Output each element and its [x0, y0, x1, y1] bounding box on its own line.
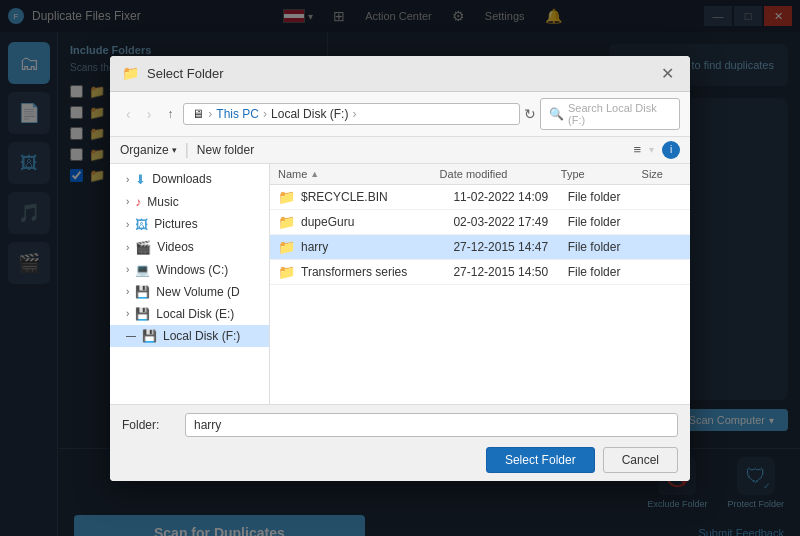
file-list: Name ▲ Date modified Type Size [270, 164, 690, 404]
localf-label: Local Disk (F:) [163, 329, 240, 343]
windows-label: Windows (C:) [156, 263, 228, 277]
folder-icon-transformers: 📁 [278, 264, 295, 280]
info-btn[interactable]: i [662, 141, 680, 159]
music-icon: ♪ [135, 195, 141, 209]
organize-chevron: ▾ [172, 145, 177, 155]
newvol-icon: 💾 [135, 285, 150, 299]
chevron-localf: — [126, 330, 136, 341]
dialog-title-icon: 📁 [122, 65, 139, 81]
folder-label: Folder: [122, 418, 177, 432]
back-btn[interactable]: ‹ [120, 104, 137, 124]
chevron-newvol: › [126, 286, 129, 297]
select-folder-btn[interactable]: Select Folder [486, 447, 595, 473]
sidebar-item-newvol[interactable]: › 💾 New Volume (D [110, 281, 269, 303]
sidebar-item-windows[interactable]: › 💻 Windows (C:) [110, 259, 269, 281]
folder-icon-harry: 📁 [278, 239, 295, 255]
folder-input-row: Folder: [122, 413, 678, 437]
music-label: Music [147, 195, 178, 209]
up-btn[interactable]: ↑ [161, 105, 179, 123]
file-list-header: Name ▲ Date modified Type Size [270, 164, 690, 185]
folder-icon-recycle: 📁 [278, 189, 295, 205]
date-col-label: Date modified [440, 168, 508, 180]
sidebar-item-music[interactable]: › ♪ Music [110, 191, 269, 213]
dialog-nav: ‹ › ↑ 🖥 › This PC › Local Disk (F:) › ↻ … [110, 92, 690, 137]
search-icon: 🔍 [549, 107, 564, 121]
sort-arrow: ▲ [310, 169, 319, 179]
file-type-dupeguru: File folder [568, 215, 644, 229]
breadcrumb-sep3: › [352, 107, 356, 121]
windows-icon: 💻 [135, 263, 150, 277]
breadcrumb-localdisk[interactable]: Local Disk (F:) [271, 107, 348, 121]
select-folder-dialog: 📁 Select Folder ✕ ‹ › ↑ 🖥 › This PC › Lo… [110, 56, 690, 481]
sidebar-item-pictures[interactable]: › 🖼 Pictures [110, 213, 269, 236]
refresh-btn[interactable]: ↻ [524, 106, 536, 122]
dialog-title-text: Select Folder [147, 66, 649, 81]
locale-icon: 💾 [135, 307, 150, 321]
file-row-harry[interactable]: 📁 harry 27-12-2015 14:47 File folder [270, 235, 690, 260]
dialog-footer: Folder: Select Folder Cancel [110, 404, 690, 481]
col-size[interactable]: Size [642, 168, 682, 180]
videos-label: Videos [157, 240, 193, 254]
breadcrumb-thispc[interactable]: This PC [216, 107, 259, 121]
file-name-transformers: Transformers series [301, 265, 453, 279]
col-date[interactable]: Date modified [440, 168, 561, 180]
file-type-harry: File folder [568, 240, 644, 254]
chevron-pictures: › [126, 219, 129, 230]
file-type-transformers: File folder [568, 265, 644, 279]
folder-icon-dupeguru: 📁 [278, 214, 295, 230]
breadcrumb-bar[interactable]: 🖥 › This PC › Local Disk (F:) › [183, 103, 520, 125]
file-type-recycle: File folder [568, 190, 644, 204]
downloads-label: Downloads [152, 172, 211, 186]
pictures-icon: 🖼 [135, 217, 148, 232]
dialog-sidebar: › ⬇ Downloads › ♪ Music › 🖼 Pictures [110, 164, 270, 404]
sidebar-item-downloads[interactable]: › ⬇ Downloads [110, 168, 269, 191]
chevron-windows: › [126, 264, 129, 275]
new-folder-btn[interactable]: New folder [197, 143, 254, 157]
videos-icon: 🎬 [135, 240, 151, 255]
name-col-label: Name [278, 168, 307, 180]
folder-input[interactable] [185, 413, 678, 437]
chevron-videos: › [126, 242, 129, 253]
file-date-harry: 27-12-2015 14:47 [453, 240, 567, 254]
localf-icon: 💾 [142, 329, 157, 343]
chevron-locale: › [126, 308, 129, 319]
file-date-recycle: 11-02-2022 14:09 [453, 190, 567, 204]
col-name[interactable]: Name ▲ [278, 168, 440, 180]
type-col-label: Type [561, 168, 585, 180]
dialog-overlay: 📁 Select Folder ✕ ‹ › ↑ 🖥 › This PC › Lo… [0, 0, 800, 536]
view-btn[interactable]: ≡ [633, 142, 641, 157]
organize-btn[interactable]: Organize ▾ [120, 143, 177, 157]
file-name-harry: harry [301, 240, 453, 254]
downloads-icon: ⬇ [135, 172, 146, 187]
organize-label: Organize [120, 143, 169, 157]
dialog-body: › ⬇ Downloads › ♪ Music › 🖼 Pictures [110, 164, 690, 404]
size-col-label: Size [642, 168, 663, 180]
dialog-close-btn[interactable]: ✕ [657, 64, 678, 83]
view-sep: ▾ [649, 144, 654, 155]
file-row-recycle[interactable]: 📁 $RECYCLE.BIN 11-02-2022 14:09 File fol… [270, 185, 690, 210]
sidebar-item-localf[interactable]: — 💾 Local Disk (F:) [110, 325, 269, 347]
locale-label: Local Disk (E:) [156, 307, 234, 321]
col-type[interactable]: Type [561, 168, 642, 180]
breadcrumb-computer: 🖥 [192, 107, 204, 121]
file-date-dupeguru: 02-03-2022 17:49 [453, 215, 567, 229]
breadcrumb-sep1: › [208, 107, 212, 121]
forward-btn[interactable]: › [141, 104, 158, 124]
newvol-label: New Volume (D [156, 285, 239, 299]
file-name-dupeguru: dupeGuru [301, 215, 453, 229]
dialog-toolbar: Organize ▾ | New folder ≡ ▾ i [110, 137, 690, 164]
cancel-btn[interactable]: Cancel [603, 447, 678, 473]
dialog-titlebar: 📁 Select Folder ✕ [110, 56, 690, 92]
chevron-music: › [126, 196, 129, 207]
breadcrumb-sep2: › [263, 107, 267, 121]
search-bar[interactable]: 🔍 Search Local Disk (F:) [540, 98, 680, 130]
pictures-label: Pictures [154, 217, 197, 231]
search-placeholder: Search Local Disk (F:) [568, 102, 671, 126]
file-date-transformers: 27-12-2015 14:50 [453, 265, 567, 279]
sidebar-item-locale[interactable]: › 💾 Local Disk (E:) [110, 303, 269, 325]
file-row-dupeguru[interactable]: 📁 dupeGuru 02-03-2022 17:49 File folder [270, 210, 690, 235]
sidebar-item-videos[interactable]: › 🎬 Videos [110, 236, 269, 259]
dialog-buttons: Select Folder Cancel [122, 447, 678, 473]
toolbar-separator: | [185, 141, 189, 159]
file-row-transformers[interactable]: 📁 Transformers series 27-12-2015 14:50 F… [270, 260, 690, 285]
